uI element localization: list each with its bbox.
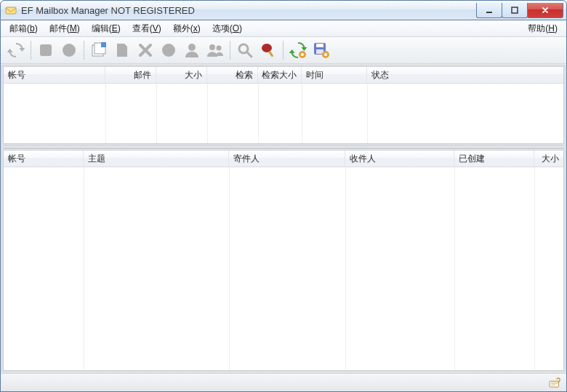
col-mail[interactable]: 邮件 <box>105 67 156 83</box>
toolbar-new-mail[interactable] <box>88 39 110 61</box>
menu-accel: E <box>112 23 118 33</box>
minimize-button[interactable] <box>476 3 502 18</box>
new-mail-icon <box>90 41 108 59</box>
svg-point-4 <box>63 44 76 57</box>
accounts-body[interactable] <box>4 84 563 143</box>
paddle-icon <box>260 41 277 59</box>
col-time[interactable]: 时间 <box>302 67 367 83</box>
svg-point-22 <box>324 53 327 56</box>
svg-rect-7 <box>101 42 106 47</box>
toolbar-contact[interactable] <box>181 39 203 61</box>
horizontal-splitter[interactable] <box>3 145 564 149</box>
menu-edit[interactable]: 编辑(E) <box>86 21 126 36</box>
toolbar-separator <box>230 41 230 60</box>
menu-help[interactable]: 帮助(H) <box>522 21 563 36</box>
toolbar-separator <box>84 41 84 60</box>
delete-icon <box>137 41 154 59</box>
toolbar-record[interactable] <box>58 39 80 61</box>
col-recipient[interactable]: 收件人 <box>345 151 454 167</box>
menu-bar: 邮箱(b) 邮件(M) 编辑(E) 查看(V) 额外(x) 选项(O) 帮助(H… <box>1 20 566 37</box>
window-title: EF Mailbox Manager NOT REGISTERED <box>21 5 195 16</box>
col-account[interactable]: 帐号 <box>4 67 105 83</box>
col-status[interactable]: 状态 <box>367 67 563 83</box>
svg-point-14 <box>262 44 272 52</box>
menu-label: 额外 <box>173 23 190 33</box>
toolbar <box>1 37 566 64</box>
col-index[interactable]: 检索 <box>207 67 258 83</box>
menu-label: 邮箱 <box>9 23 27 33</box>
col-account[interactable]: 帐号 <box>4 151 84 167</box>
toolbar-save[interactable] <box>310 39 332 61</box>
menu-accel: b <box>30 23 35 33</box>
toolbar-flag[interactable] <box>257 39 279 61</box>
people-icon <box>206 41 224 59</box>
window-controls <box>477 3 563 17</box>
search-icon <box>236 41 254 59</box>
accounts-pane: 帐号 邮件 大小 检索 检索大小 时间 状态 <box>3 66 564 144</box>
menu-label: 编辑 <box>92 23 109 33</box>
menu-label: 帮助 <box>528 23 545 33</box>
toolbar-separator <box>31 41 31 60</box>
save-gear-icon <box>313 41 330 59</box>
menu-accel: H <box>548 23 555 33</box>
toolbar-search[interactable] <box>234 39 256 61</box>
toolbar-separator <box>283 41 284 60</box>
menu-extras[interactable]: 额外(x) <box>167 21 206 36</box>
col-created[interactable]: 已创建 <box>454 151 534 167</box>
stop-icon <box>37 41 55 59</box>
menu-label: 选项 <box>212 23 230 33</box>
status-bar <box>1 373 566 391</box>
svg-rect-0 <box>6 7 16 14</box>
menu-mail[interactable]: 邮件(M) <box>44 21 86 36</box>
menu-options[interactable]: 选项(O) <box>206 21 248 36</box>
app-icon <box>5 4 17 16</box>
menu-accel: V <box>153 23 158 33</box>
col-index-size[interactable]: 检索大小 <box>258 67 302 83</box>
svg-rect-19 <box>316 44 323 47</box>
toolbar-contacts[interactable] <box>204 39 226 61</box>
svg-point-17 <box>301 53 304 56</box>
person-icon <box>183 41 201 59</box>
client-area: 邮箱(b) 邮件(M) 编辑(E) 查看(V) 额外(x) 选项(O) 帮助(H… <box>0 20 567 392</box>
circle-icon <box>60 41 78 59</box>
toolbar-page[interactable] <box>111 39 133 61</box>
col-size[interactable]: 大小 <box>156 67 207 83</box>
menu-label: 查看 <box>132 23 150 33</box>
svg-point-8 <box>162 44 175 57</box>
page-icon <box>113 41 131 59</box>
toolbar-refresh-all[interactable] <box>5 39 27 61</box>
menu-view[interactable]: 查看(V) <box>126 21 167 36</box>
toolbar-sync[interactable] <box>287 39 309 61</box>
col-subject[interactable]: 主题 <box>84 151 229 167</box>
dot-icon <box>160 41 177 59</box>
col-size[interactable]: 大小 <box>534 151 563 167</box>
title-bar: EF Mailbox Manager NOT REGISTERED <box>0 0 567 20</box>
col-sender[interactable]: 寄件人 <box>229 151 345 167</box>
svg-rect-3 <box>40 44 52 56</box>
toolbar-mark[interactable] <box>158 39 180 61</box>
messages-header: 帐号 主题 寄件人 收件人 已创建 大小 <box>4 151 563 167</box>
refresh-gear-icon <box>289 41 307 59</box>
menu-label: 邮件 <box>49 23 67 33</box>
close-button[interactable] <box>527 3 563 18</box>
svg-point-11 <box>217 46 222 51</box>
svg-line-13 <box>247 52 252 57</box>
svg-point-10 <box>209 44 215 50</box>
hand-paper-icon[interactable] <box>549 376 562 390</box>
messages-body[interactable] <box>4 167 563 370</box>
maximize-button[interactable] <box>502 3 528 18</box>
svg-point-9 <box>188 44 196 51</box>
svg-rect-2 <box>512 7 518 13</box>
refresh-icon <box>7 41 25 59</box>
svg-rect-15 <box>268 51 274 57</box>
content-panes: 帐号 邮件 大小 检索 检索大小 时间 状态 帐号 主题 寄件人 <box>1 65 566 372</box>
messages-pane: 帐号 主题 寄件人 收件人 已创建 大小 <box>3 150 564 371</box>
toolbar-delete[interactable] <box>134 39 156 61</box>
menu-accel: M <box>70 23 77 33</box>
menu-accel: O <box>233 23 239 33</box>
accounts-header: 帐号 邮件 大小 检索 检索大小 时间 状态 <box>4 67 563 84</box>
menu-accel: x <box>193 23 198 33</box>
svg-rect-1 <box>486 12 492 13</box>
toolbar-stop[interactable] <box>35 39 57 61</box>
menu-mailbox[interactable]: 邮箱(b) <box>4 21 44 36</box>
